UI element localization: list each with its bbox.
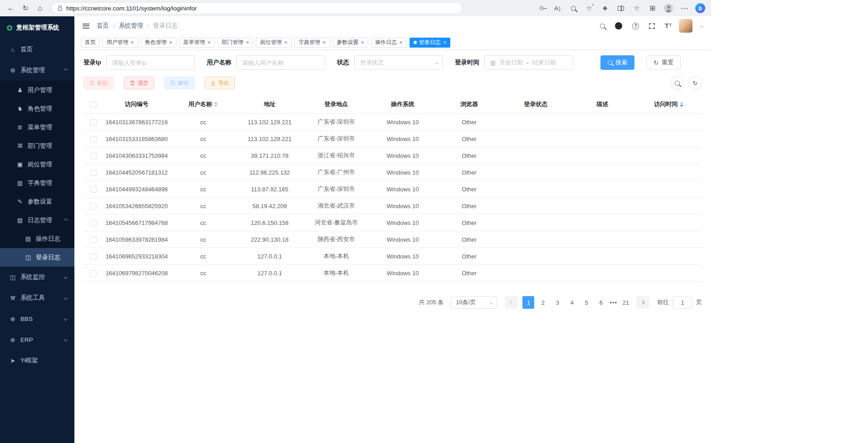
sort-icon[interactable] <box>214 102 218 107</box>
refresh-table-button[interactable] <box>688 76 702 90</box>
reload-button[interactable] <box>19 2 32 15</box>
more-button[interactable] <box>678 2 691 15</box>
back-button[interactable] <box>5 2 17 15</box>
next-page-button[interactable] <box>636 296 649 309</box>
sidebar-item-system[interactable]: ⚙系统管理 <box>0 60 74 81</box>
search-button[interactable] <box>600 24 605 29</box>
page-button-4[interactable]: 4 <box>566 296 578 309</box>
page-button-1[interactable]: 1 <box>522 296 534 309</box>
sidebar-item-config[interactable]: ✎参数设置 <box>0 192 74 211</box>
tab-0[interactable]: 首页 <box>81 38 100 48</box>
column-header-user-name[interactable]: 用户名称 <box>170 95 237 114</box>
collapse-sidebar-button[interactable] <box>83 24 89 29</box>
sidebar-item-dict[interactable]: ▥字典管理 <box>0 174 74 192</box>
row-checkbox[interactable] <box>90 153 97 159</box>
tab-3[interactable]: 菜单管理 <box>179 38 215 48</box>
sidebar-item-log[interactable]: ▧日志管理 <box>0 211 74 229</box>
breadcrumb-item[interactable]: 系统管理 <box>119 22 143 30</box>
row-checkbox[interactable] <box>90 203 97 209</box>
sidebar-item-tool[interactable]: ⚒系统工具 <box>0 287 74 308</box>
sidebar-item-dept[interactable]: ⌘部门管理 <box>0 136 74 155</box>
address-bar[interactable]: https://ccnetcore.com:1101/system/log/lo… <box>52 2 462 14</box>
profile-avatar-button[interactable] <box>662 2 675 15</box>
reset-button[interactable]: 重置 <box>646 55 681 70</box>
tab-4[interactable]: 部门管理 <box>218 38 254 48</box>
close-tab-icon[interactable] <box>322 39 326 45</box>
close-tab-icon[interactable] <box>399 39 403 45</box>
breadcrumb-item[interactable]: 首页 <box>97 22 109 30</box>
read-aloud-button[interactable] <box>551 2 564 15</box>
home-button[interactable] <box>34 2 46 15</box>
github-button[interactable] <box>615 22 622 29</box>
page-button-2[interactable]: 2 <box>537 296 549 309</box>
sidebar-item-loginlog[interactable]: ◫登录日志 <box>0 248 74 267</box>
sidebar-item-user[interactable]: ♟用户管理 <box>0 81 74 99</box>
sidebar-item-role[interactable]: ♞角色管理 <box>0 99 74 118</box>
row-checkbox[interactable] <box>90 186 97 193</box>
show-search-button[interactable] <box>670 76 684 90</box>
zoom-button[interactable] <box>567 2 580 15</box>
column-header-visit-time[interactable]: 访问时间 <box>635 95 702 114</box>
favorites-add-button[interactable] <box>583 2 595 15</box>
page-ellipsis[interactable]: ••• <box>610 299 617 306</box>
extensions-button[interactable] <box>599 2 611 15</box>
user-avatar[interactable] <box>679 19 692 33</box>
row-checkbox[interactable] <box>90 136 97 142</box>
prev-page-button[interactable] <box>505 296 518 309</box>
sort-asc-icon[interactable] <box>680 102 683 104</box>
close-tab-icon[interactable] <box>246 39 249 45</box>
clear-button[interactable]: 清空 <box>124 77 154 89</box>
close-tab-icon[interactable] <box>443 39 447 45</box>
export-button[interactable]: 导出 <box>205 77 235 89</box>
sidebar-item-home[interactable]: ⌂首页 <box>0 39 74 60</box>
close-tab-icon[interactable] <box>207 39 211 45</box>
goto-page-input[interactable] <box>673 296 692 309</box>
row-checkbox[interactable] <box>90 270 97 277</box>
sidebar-item-erp[interactable]: ⊕ERP <box>0 329 74 350</box>
close-tab-icon[interactable] <box>169 39 173 45</box>
page-button-3[interactable]: 3 <box>551 296 563 309</box>
status-select[interactable]: 登录状态 <box>354 55 443 70</box>
sidebar-item-yi[interactable]: ➤Yi框架 <box>0 350 74 371</box>
sort-asc-icon[interactable] <box>214 102 218 104</box>
close-tab-icon[interactable] <box>361 39 365 45</box>
page-size-select[interactable]: 10条/页 <box>451 296 497 309</box>
row-checkbox[interactable] <box>90 170 97 176</box>
row-checkbox[interactable] <box>90 220 97 226</box>
delete-button[interactable]: 删除 <box>83 77 114 89</box>
select-all-checkbox[interactable] <box>90 102 97 108</box>
sidebar-item-menu[interactable]: ≣菜单管理 <box>0 118 74 136</box>
breadcrumb-item[interactable]: 登录日志 <box>153 22 178 30</box>
sidebar-item-bbs[interactable]: ⊕BBS <box>0 308 74 329</box>
collections-button[interactable] <box>646 2 659 15</box>
sort-desc-icon[interactable] <box>214 105 218 107</box>
page-button-21[interactable]: 21 <box>620 296 632 309</box>
password-key-button[interactable] <box>535 2 548 15</box>
row-checkbox[interactable] <box>90 237 97 243</box>
sidebar-item-monitor[interactable]: ◫系统监控 <box>0 267 74 287</box>
favorites-button[interactable] <box>630 2 643 15</box>
sidebar-item-operlog[interactable]: ▤操作日志 <box>0 229 74 248</box>
user-name-input[interactable] <box>236 55 325 70</box>
tab-1[interactable]: 用户管理 <box>102 38 138 48</box>
date-range-picker[interactable]: 开始日期 - 结束日期 <box>484 55 573 70</box>
copilot-button[interactable] <box>694 2 707 15</box>
row-checkbox[interactable] <box>90 119 97 126</box>
row-checkbox[interactable] <box>90 253 97 260</box>
login-ip-input[interactable] <box>106 55 195 70</box>
tab-8[interactable]: 操作日志 <box>371 38 407 48</box>
split-screen-button[interactable] <box>614 2 627 15</box>
unlock-button[interactable]: 解锁 <box>164 77 195 89</box>
search-button[interactable]: 搜索 <box>600 55 634 70</box>
page-button-6[interactable]: 6 <box>595 296 607 309</box>
tab-5[interactable]: 岗位管理 <box>256 38 292 48</box>
close-tab-icon[interactable] <box>131 39 134 45</box>
fullscreen-button[interactable] <box>649 23 655 29</box>
tab-6[interactable]: 字典管理 <box>294 38 330 48</box>
page-button-5[interactable]: 5 <box>580 296 592 309</box>
tab-9[interactable]: 登录日志 <box>410 38 451 48</box>
tab-2[interactable]: 角色管理 <box>141 38 177 48</box>
sort-icon[interactable] <box>680 102 683 107</box>
close-tab-icon[interactable] <box>284 39 288 45</box>
font-size-button[interactable] <box>665 22 672 30</box>
